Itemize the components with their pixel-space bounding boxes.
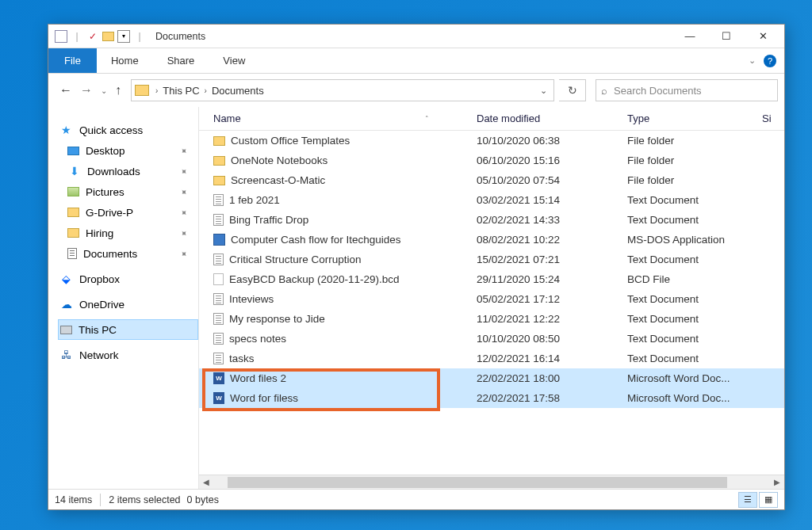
navigation-bar: ← → ⌄ ↑ › This PC › Documents ⌄ ↻ ⌕ Sear…: [48, 74, 784, 107]
file-name: Inteviews: [229, 293, 274, 305]
check-icon[interactable]: ✓: [86, 30, 99, 43]
refresh-button[interactable]: ↻: [559, 79, 586, 101]
file-date: 03/02/2021 15:14: [477, 194, 627, 206]
column-type[interactable]: Type: [627, 112, 762, 124]
app-icon: [213, 234, 225, 246]
navigation-pane: ★ Quick access Desktop✦Downloads✦Picture…: [48, 107, 199, 489]
scroll-left-icon[interactable]: ◀: [199, 478, 213, 486]
file-name: tasks: [229, 353, 255, 364]
table-row[interactable]: tasks12/02/2021 16:14Text Document: [199, 349, 784, 368]
file-type: Microsoft Word Doc...: [627, 372, 762, 384]
up-button[interactable]: ↑: [115, 83, 121, 97]
horizontal-scrollbar[interactable]: ◀ ▶: [199, 475, 784, 489]
sidebar-item-label: Downloads: [87, 166, 140, 177]
sidebar-item-label: Documents: [83, 248, 137, 260]
column-name[interactable]: Name˄: [199, 112, 477, 124]
text-icon: [213, 333, 224, 345]
titlebar: | ✓ ▾ | Documents ― ☐ ✕: [48, 25, 784, 48]
table-row[interactable]: Bing Traffic Drop02/02/2021 14:33Text Do…: [199, 210, 784, 230]
file-type: File folder: [627, 174, 762, 186]
table-row[interactable]: Critical Structure Corruption15/02/2021 …: [199, 250, 784, 269]
properties-icon[interactable]: [55, 30, 67, 43]
pin-icon: ✦: [178, 206, 190, 219]
nav-dropbox[interactable]: ⬙ Dropbox: [58, 269, 198, 289]
table-row[interactable]: Inteviews05/02/2021 17:12Text Document: [199, 289, 784, 309]
table-row[interactable]: Custom Office Templates10/10/2020 06:38F…: [199, 131, 784, 151]
overflow-icon[interactable]: ▾: [117, 30, 130, 43]
table-row[interactable]: OneNote Notebooks06/10/2020 15:16File fo…: [199, 151, 784, 170]
nav-this-pc[interactable]: This PC: [58, 319, 198, 340]
sidebar-item-label: G-Drive-P: [86, 207, 133, 219]
table-row[interactable]: Screencast-O-Matic05/10/2020 07:54File f…: [199, 170, 784, 190]
file-date: 05/10/2020 07:54: [477, 174, 627, 186]
ribbon: File Home Share View ⌄ ?: [48, 48, 784, 74]
column-size[interactable]: Si: [762, 112, 784, 124]
content-pane: Name˄ Date modified Type Si Custom Offic…: [199, 107, 784, 489]
file-date: 29/11/2020 15:24: [477, 273, 627, 285]
forward-button[interactable]: →: [80, 83, 93, 97]
doc-icon: [67, 248, 77, 259]
folder-icon: [213, 136, 225, 146]
table-row[interactable]: specs notes10/10/2020 08:50Text Document: [199, 329, 784, 349]
nav-quick-access[interactable]: ★ Quick access: [58, 120, 198, 140]
pin-icon: ✦: [178, 144, 190, 157]
file-name: Word files 2: [230, 372, 286, 384]
sidebar-item[interactable]: G-Drive-P✦: [58, 202, 198, 223]
help-icon[interactable]: ?: [764, 55, 776, 67]
breadcrumb-thispc[interactable]: This PC: [159, 85, 202, 97]
breadcrumb-documents[interactable]: Documents: [209, 85, 267, 97]
status-selection: 2 items selected: [109, 494, 180, 505]
sidebar-item[interactable]: Desktop✦: [58, 140, 198, 161]
file-date: 10/10/2020 06:38: [477, 135, 627, 147]
file-tab[interactable]: File: [48, 48, 97, 73]
view-details-button[interactable]: ☰: [738, 492, 757, 508]
ribbon-expand-icon[interactable]: ⌄: [749, 55, 756, 66]
network-icon: 🖧: [59, 349, 73, 362]
scroll-right-icon[interactable]: ▶: [770, 478, 784, 486]
file-type: Text Document: [627, 254, 762, 265]
address-dropdown-icon[interactable]: ⌄: [540, 86, 550, 96]
chevron-right-icon[interactable]: ›: [203, 86, 209, 95]
search-input[interactable]: ⌕ Search Documents: [596, 79, 778, 101]
nav-network[interactable]: 🖧 Network: [58, 345, 198, 365]
scroll-thumb[interactable]: [228, 477, 727, 488]
history-dropdown-icon[interactable]: ⌄: [101, 86, 107, 95]
nav-onedrive[interactable]: ☁ OneDrive: [58, 294, 198, 315]
folder-icon[interactable]: [102, 32, 114, 41]
column-date[interactable]: Date modified: [477, 112, 627, 124]
close-button[interactable]: ✕: [745, 25, 781, 48]
table-row[interactable]: EasyBCD Backup (2020-11-29).bcd29/11/202…: [199, 269, 784, 289]
desktop-icon: [67, 147, 79, 155]
text-icon: [213, 254, 224, 265]
view-large-icons-button[interactable]: ▦: [759, 492, 778, 508]
file-type: Text Document: [627, 214, 762, 226]
tab-home[interactable]: Home: [97, 48, 153, 73]
pin-icon: ✦: [178, 165, 190, 177]
back-button[interactable]: ←: [59, 83, 72, 97]
table-row[interactable]: Computer Cash flow for Itechguides08/02/…: [199, 230, 784, 250]
sidebar-item-label: Pictures: [86, 186, 124, 198]
folder-icon: [213, 176, 225, 185]
folder-icon: [67, 228, 79, 238]
table-row[interactable]: My response to Jide11/02/2021 12:22Text …: [199, 309, 784, 329]
tab-share[interactable]: Share: [153, 48, 209, 73]
tab-view[interactable]: View: [209, 48, 259, 73]
file-type: File folder: [627, 154, 762, 166]
table-row[interactable]: 1 feb 202103/02/2021 15:14Text Document: [199, 190, 784, 210]
sidebar-item[interactable]: Documents✦: [58, 243, 198, 264]
file-list[interactable]: Custom Office Templates10/10/2020 06:38F…: [199, 131, 784, 475]
file-date: 05/02/2021 17:12: [477, 293, 627, 305]
chevron-right-icon[interactable]: ›: [154, 86, 159, 95]
minimize-button[interactable]: ―: [672, 25, 708, 48]
table-row[interactable]: WWord for filess22/02/2021 17:58Microsof…: [199, 388, 784, 408]
file-name: Screencast-O-Matic: [231, 174, 325, 186]
maximize-button[interactable]: ☐: [708, 25, 745, 48]
table-row[interactable]: WWord files 222/02/2021 18:00Microsoft W…: [199, 368, 784, 388]
file-date: 10/10/2020 08:50: [477, 333, 627, 345]
bcd-icon: [213, 273, 224, 285]
sidebar-item[interactable]: Hiring✦: [58, 223, 198, 243]
status-bar: 14 items 2 items selected 0 bytes ☰ ▦: [48, 489, 784, 509]
sidebar-item[interactable]: Pictures✦: [58, 181, 198, 202]
sidebar-item[interactable]: Downloads✦: [58, 161, 198, 181]
address-bar[interactable]: › This PC › Documents ⌄: [131, 79, 554, 101]
